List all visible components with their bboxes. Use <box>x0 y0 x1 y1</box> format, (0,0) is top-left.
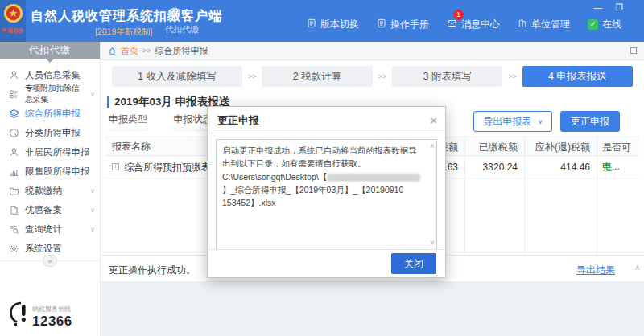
sidebar-collapse-button[interactable]: « <box>43 255 57 267</box>
online-status[interactable]: ✓ 在线 <box>588 18 621 31</box>
sidebar: 代扣代缴 人员信息采集 专项附加扣除信息采集 ∨ <box>0 42 101 336</box>
version-switch-icon <box>307 18 316 31</box>
step-tab-2[interactable]: 2 税款计算 <box>262 66 372 87</box>
modal-close-button[interactable]: 关闭 <box>391 253 436 274</box>
modal-message: 启动更正申报成功，系统已自动将当前的报表数据导出到以下目录，如有需要请自行获取。 <box>222 145 417 168</box>
document-icon <box>9 205 19 215</box>
hotline-number: 12366 <box>32 313 72 329</box>
breadcrumb-current: 综合所得申报 <box>155 45 208 57</box>
chevron-down-icon: ∨ <box>90 91 95 98</box>
chevron-down-icon: ∨ <box>538 118 543 125</box>
correct-declaration-button[interactable]: 更正申报 <box>560 111 620 132</box>
folder-icon <box>9 186 19 196</box>
scroll-up-icon[interactable]: ∧ <box>634 264 640 272</box>
status-message: 更正操作执行成功。 <box>109 264 196 277</box>
modal-title: 更正申报 <box>217 114 259 126</box>
step-tab-4[interactable]: 4 申报表报送 <box>522 66 633 87</box>
mail-icon <box>447 18 457 31</box>
expand-row-icon[interactable]: + <box>112 163 119 170</box>
mode-label: 代扣代缴 <box>165 24 199 34</box>
redacted-company-name <box>327 174 420 182</box>
declarable-value: 是 <box>597 156 638 178</box>
version-switch-button[interactable]: 版本切换 <box>307 18 359 31</box>
sidebar-item-nonresident-income[interactable]: 非居民所得申报 <box>0 142 100 162</box>
bar-chart-icon <box>9 166 19 177</box>
breadcrumb: 首页 >> 综合所得申报 <box>101 42 644 60</box>
sidebar-item-comprehensive-income[interactable]: 综合所得申报 <box>0 104 100 123</box>
modal-message-box: ∧ 启动更正申报成功，系统已自动将当前的报表数据导出到以下目录，如有需要请自行获… <box>216 139 437 250</box>
wallet-icon <box>168 6 213 21</box>
gear-icon <box>9 244 19 254</box>
sidebar-item-special-deduction[interactable]: 专项附加扣除信息采集 ∨ <box>0 84 100 104</box>
hotline-logo-icon <box>8 301 29 330</box>
col-refund-tax: 应补(退)税额 <box>524 137 597 155</box>
hotline-block: 纳税服务热线 12366 <box>8 301 72 330</box>
step-separator: >> <box>248 72 257 80</box>
app-header: 中国税务 自然人税收管理系统扣缴客户端 [2019年新税制] 代扣代缴 版本切换 <box>0 0 644 42</box>
window-controls: — ❐ <box>593 2 623 13</box>
correction-modal: 更正申报 × ∧ 启动更正申报成功，系统已自动将当前的报表数据导出到以下目录，如… <box>207 106 446 278</box>
pie-chart-icon <box>9 128 19 138</box>
sidebar-collapse-row: « <box>0 260 100 261</box>
sidebar-item-preference-filing[interactable]: 优惠备案 ∨ <box>0 200 100 219</box>
sidebar-menu: 人员信息采集 专项附加扣除信息采集 ∨ 综合所得申报 <box>0 65 100 258</box>
step-tab-1[interactable]: 1 收入及减除填写 <box>112 66 242 87</box>
file-path-suffix: 】_综合所得申报_【2019年03月】_【20190910 153452】.xl… <box>222 185 403 207</box>
step-separator: >> <box>508 72 517 80</box>
panel-toggle-icon[interactable] <box>630 47 637 54</box>
form-icon <box>9 89 19 100</box>
hotline-label: 纳税服务热线 <box>32 305 72 313</box>
col-paid-tax: 已缴税额 <box>464 137 524 155</box>
chevron-down-icon: ∨ <box>90 187 95 195</box>
building-icon <box>518 18 527 31</box>
minimize-button[interactable]: — <box>593 2 602 13</box>
step-tab-3[interactable]: 3 附表填写 <box>392 66 502 87</box>
modal-title-bar: 更正申报 × <box>208 107 445 133</box>
sidebar-header: 代扣代缴 <box>0 42 100 59</box>
breadcrumb-separator: >> <box>142 47 151 55</box>
person-icon <box>9 70 19 80</box>
col-declarable: 是否可申... <box>597 137 638 155</box>
sidebar-item-personnel-info[interactable]: 人员信息采集 <box>0 65 100 84</box>
sidebar-item-classified-income[interactable]: 分类所得申报 <box>0 123 100 142</box>
search-list-icon <box>9 224 19 235</box>
scroll-up-icon[interactable]: ∧ <box>430 141 435 151</box>
mode-indicator: 代扣代缴 <box>165 6 213 35</box>
app-subtitle: [2019年新税制] <box>95 27 152 38</box>
title-accent-bar <box>107 96 109 108</box>
close-icon[interactable]: × <box>430 107 437 133</box>
sidebar-item-restricted-stock[interactable]: 限售股所得申报 <box>0 162 100 181</box>
header-nav: 版本切换 操作手册 1 消息中心 <box>307 18 621 31</box>
person-outline-icon <box>9 147 19 158</box>
action-buttons: 导出申报表 ∨ 更正申报 <box>473 111 620 132</box>
filter-label: 申报类型 <box>109 113 147 131</box>
app-window: 中国税务 自然人税收管理系统扣缴客户端 [2019年新税制] 代扣代缴 版本切换 <box>0 0 644 336</box>
export-declaration-button[interactable]: 导出申报表 ∨ <box>473 111 552 132</box>
message-badge: 1 <box>453 10 464 20</box>
modal-footer: 关闭 <box>208 249 445 277</box>
paid-tax-value: 3320.24 <box>464 156 524 178</box>
step-tabs: 1 收入及减除填写 >> 2 税款计算 >> 3 附表填写 >> 4 申报表报送 <box>112 66 633 87</box>
sidebar-item-tax-payment[interactable]: 税款缴纳 ∨ <box>0 181 100 200</box>
tax-emblem-logo: 中国税务 <box>0 0 26 42</box>
file-path-prefix: C:\Users\songqf\Desktop\【 <box>222 172 327 182</box>
manual-button[interactable]: 操作手册 <box>377 18 429 31</box>
step-separator: >> <box>378 72 387 80</box>
emblem-caption: 中国税务 <box>0 27 26 35</box>
bottom-background <box>101 281 644 336</box>
message-center-button[interactable]: 1 消息中心 <box>447 18 500 31</box>
national-tax-emblem-icon <box>3 3 23 23</box>
online-status-icon: ✓ <box>588 19 598 30</box>
unit-management-button[interactable]: 单位管理 <box>518 18 570 31</box>
chevron-down-icon: ∨ <box>90 226 95 233</box>
refund-tax-value: 414.46 <box>524 156 597 178</box>
scroll-down-icon[interactable]: ∨ <box>430 238 435 248</box>
home-icon <box>108 47 117 55</box>
restore-button[interactable]: ❐ <box>615 2 623 13</box>
manual-icon <box>377 18 386 31</box>
layers-icon <box>9 109 19 119</box>
sidebar-item-query-statistics[interactable]: 查询统计 ∨ <box>0 219 100 239</box>
report-name: 综合所得预扣预缴表 <box>124 156 211 178</box>
breadcrumb-home[interactable]: 首页 <box>121 45 138 57</box>
export-result-link[interactable]: 导出结果 <box>576 264 615 277</box>
